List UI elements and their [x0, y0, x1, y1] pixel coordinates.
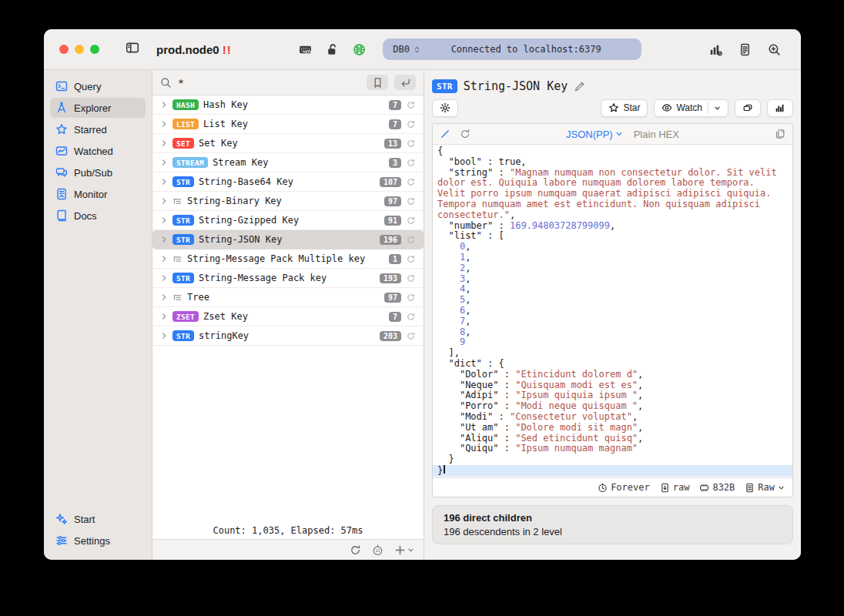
key-row-string-message-pack-multiple-key[interactable]: String-Message Pack Multiple key1	[152, 249, 424, 269]
bookmark-button[interactable]	[367, 75, 388, 90]
sliders-icon	[55, 534, 68, 547]
view-mode-hex[interactable]: Plain HEX	[634, 129, 679, 140]
refresh-key-icon[interactable]	[406, 196, 416, 206]
key-list-panel: * HASHHash Key7LISTList Key7SETSet Key13…	[152, 70, 424, 560]
refresh-key-icon[interactable]	[406, 158, 416, 168]
refresh-key-icon[interactable]	[406, 100, 416, 110]
code-line: "string" : "Magnam numquam non consectet…	[437, 168, 788, 221]
copy-value-icon[interactable]	[775, 129, 785, 139]
sidebar-item-monitor[interactable]: Monitor	[50, 184, 146, 204]
chevron-right-icon[interactable]	[160, 274, 168, 282]
key-row-list-key[interactable]: LISTList Key7	[152, 115, 424, 134]
metrics-icon[interactable]	[709, 43, 722, 56]
sidebar-item-explorer[interactable]: Explorer	[50, 98, 146, 118]
key-row-stringkey[interactable]: STRstringKey203	[152, 326, 424, 346]
key-row-zset-key[interactable]: ZSETZset Key7	[152, 307, 424, 326]
refresh-key-icon[interactable]	[406, 235, 416, 245]
keyboard-visibility-icon[interactable]	[299, 43, 312, 56]
list-tree-icon	[172, 293, 183, 303]
key-row-string-gzipped-key[interactable]: STRString-Gzipped Key91	[152, 211, 424, 230]
add-key-button[interactable]	[394, 544, 414, 556]
toggle-sidebar-button[interactable]	[126, 41, 139, 59]
auto-refresh-button[interactable]: 10	[372, 544, 383, 556]
chevron-right-icon[interactable]	[160, 255, 168, 263]
chevron-right-icon[interactable]	[160, 139, 168, 147]
key-row-string-base64-key[interactable]: STRString-Base64 Key107	[152, 172, 424, 192]
code-line: "Quiqu" : "Ipsum numquam magnam"	[437, 444, 788, 454]
chevron-right-icon[interactable]	[160, 236, 168, 243]
refresh-key-icon[interactable]	[406, 119, 416, 129]
star-button[interactable]: Star	[601, 99, 648, 117]
chevron-right-icon[interactable]	[160, 332, 168, 340]
globe-icon[interactable]	[353, 43, 366, 56]
sidebar-item-docs[interactable]: Docs	[50, 206, 146, 226]
refresh-keys-button[interactable]	[350, 544, 361, 556]
key-stats-button[interactable]	[767, 99, 793, 117]
refresh-key-icon[interactable]	[406, 177, 416, 187]
value-footer-forever[interactable]: Forever	[598, 482, 650, 493]
viewer-toolbar: JSON(PP) Plain HEX	[433, 124, 792, 145]
sidebar-item-query[interactable]: Query	[50, 76, 146, 96]
minimize-window-button[interactable]	[75, 45, 84, 54]
watch-button[interactable]: Watch	[654, 99, 728, 117]
key-row-string-message-pack-key[interactable]: STRString-Message Pack key193	[152, 269, 424, 288]
close-window-button[interactable]	[59, 45, 69, 54]
refresh-key-icon[interactable]	[406, 254, 416, 264]
logs-icon[interactable]	[738, 43, 752, 56]
value-footer-832b[interactable]: 832B	[699, 482, 735, 493]
sidebar-item-start[interactable]: Start	[50, 509, 146, 529]
edit-value-icon[interactable]	[440, 129, 450, 139]
key-row-string-json-key[interactable]: STRString-JSON Key196	[152, 230, 424, 249]
chevron-right-icon[interactable]	[160, 101, 168, 109]
zoom-search-icon[interactable]	[768, 43, 781, 56]
chevron-right-icon[interactable]	[160, 313, 168, 320]
value-footer: Foreverraw832BRaw	[433, 477, 792, 497]
key-name: String-Message Pack Multiple key	[187, 253, 384, 264]
connection-bar[interactable]: DB0 Connected to localhost:6379	[383, 38, 641, 60]
lock-open-icon[interactable]	[326, 43, 339, 56]
bookmark-icon	[372, 77, 383, 89]
key-name: String-Gzipped Key	[199, 215, 380, 226]
refresh-key-icon[interactable]	[406, 331, 416, 341]
refresh-key-icon[interactable]	[406, 273, 416, 283]
key-count-badge: 7	[389, 100, 401, 110]
chevron-right-icon[interactable]	[160, 197, 168, 205]
view-mode-json[interactable]: JSON(PP)	[566, 129, 623, 140]
key-count-badge: 97	[384, 293, 401, 303]
refresh-key-icon[interactable]	[406, 293, 416, 303]
zoom-window-button[interactable]	[90, 45, 99, 54]
duplicate-button[interactable]	[735, 99, 761, 117]
chevron-right-icon[interactable]	[160, 120, 168, 128]
code-line: "list" : [	[437, 231, 788, 242]
key-row-tree[interactable]: Tree97	[152, 288, 424, 307]
refresh-key-icon[interactable]	[406, 312, 416, 322]
sidebar-item-settings[interactable]: Settings	[50, 531, 146, 551]
value-footer-raw[interactable]: Raw	[745, 482, 785, 493]
run-search-button[interactable]	[394, 75, 416, 90]
search-input[interactable]: *	[178, 77, 360, 89]
db-selector[interactable]: DB0	[383, 44, 421, 55]
monitor-icon	[55, 188, 68, 200]
key-type-badge: LIST	[172, 119, 199, 129]
chevron-right-icon[interactable]	[160, 159, 168, 166]
value-footer-raw[interactable]: raw	[660, 482, 690, 493]
key-row-string-binary-key[interactable]: String-Binary Key97	[152, 192, 424, 211]
rename-key-icon[interactable]	[574, 81, 585, 92]
json-content[interactable]: { "bool" : true, "string" : "Magnam numq…	[433, 145, 792, 477]
key-row-hash-key[interactable]: HASHHash Key7	[152, 95, 424, 115]
key-row-stream-key[interactable]: STREAMStream Key3	[152, 153, 424, 172]
code-line: 1,	[437, 253, 788, 263]
chevron-right-icon[interactable]	[160, 293, 168, 301]
refresh-key-icon[interactable]	[406, 216, 416, 226]
memory-icon	[699, 483, 709, 493]
sidebar-item-starred[interactable]: Starred	[50, 119, 146, 139]
sidebar-item-watched[interactable]: Watched	[50, 141, 146, 161]
sidebar-item-pub-sub[interactable]: Pub/Sub	[50, 162, 146, 182]
chevron-down-icon	[714, 105, 721, 112]
key-row-set-key[interactable]: SETSet Key13	[152, 134, 424, 153]
chevron-right-icon[interactable]	[160, 216, 168, 224]
chevron-right-icon[interactable]	[160, 178, 168, 186]
refresh-key-icon[interactable]	[406, 139, 416, 149]
reload-value-icon[interactable]	[460, 129, 471, 139]
key-settings-button[interactable]	[432, 99, 458, 117]
